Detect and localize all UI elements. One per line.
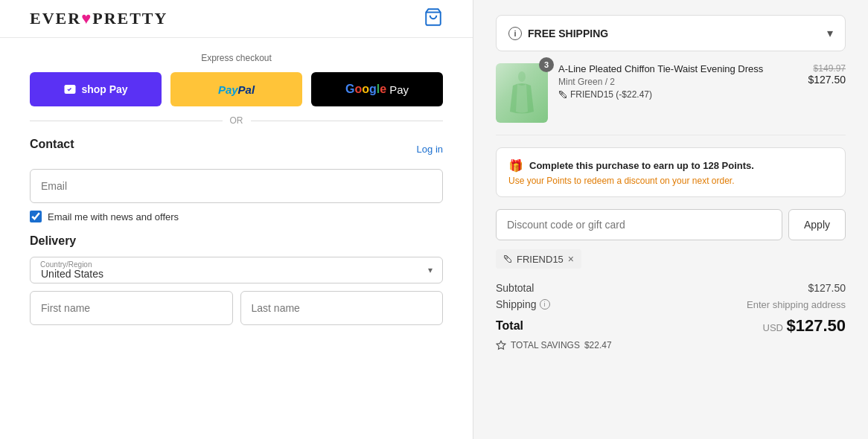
product-variant: Mint Green / 2 — [558, 77, 797, 87]
points-title-text: Complete this purchase to earn up to 128… — [529, 160, 754, 171]
discount-row: Apply — [496, 209, 846, 240]
svg-point-4 — [505, 257, 508, 259]
total-value-wrapper: USD $127.50 — [763, 316, 846, 336]
newsletter-row: Email me with news and offers — [30, 211, 443, 222]
subtotal-label: Subtotal — [496, 282, 534, 294]
discount-input[interactable] — [496, 209, 782, 240]
subtotal-row: Subtotal $127.50 — [496, 282, 846, 294]
shipping-row: Shipping i Enter shipping address — [496, 298, 846, 310]
points-banner: 🎁 Complete this purchase to earn up to 1… — [496, 147, 846, 197]
coupon-code-label: FRIEND15 — [517, 254, 564, 265]
logo-text-ever: EVER — [30, 9, 81, 28]
delivery-title: Delivery — [30, 234, 443, 248]
express-checkout-label: Express checkout — [30, 53, 443, 63]
product-info: A-Line Pleated Chiffon Tie-Waist Evening… — [558, 63, 797, 100]
gpay-label: Pay — [389, 83, 409, 96]
cart-icon[interactable] — [424, 7, 443, 30]
gift-icon: 🎁 — [508, 158, 523, 173]
logo-text-pretty: PRETTY — [92, 9, 167, 28]
right-panel: i FREE SHIPPING ▾ 3 A-Line Pleated Chiff… — [473, 0, 868, 439]
product-image — [496, 63, 548, 123]
first-name-input[interactable] — [30, 291, 233, 325]
email-input[interactable] — [30, 169, 443, 203]
points-subtitle: Use your Points to redeem a discount on … — [508, 176, 833, 186]
logo-heart: ♥ — [81, 9, 92, 28]
contact-header: Contact Log in — [30, 138, 443, 160]
svg-point-2 — [518, 71, 526, 82]
newsletter-checkbox[interactable] — [30, 211, 42, 222]
country-select-wrapper: Country/Region United States ▾ — [30, 257, 443, 283]
express-buttons: shop Pay PayPal Google Pay — [30, 72, 443, 106]
coupon-tag: FRIEND15 × — [496, 249, 581, 269]
free-shipping-chevron-icon: ▾ — [827, 26, 833, 40]
free-shipping-label: FREE SHIPPING — [528, 28, 608, 39]
free-shipping-left: i FREE SHIPPING — [508, 27, 608, 40]
express-checkout-section: Express checkout shop Pay PayPal Google … — [30, 53, 443, 126]
delivery-section: Delivery Country/Region United States ▾ — [30, 234, 443, 325]
paypal-text-2: Pal — [238, 83, 255, 96]
free-shipping-info-icon: i — [508, 27, 522, 40]
total-label: Total — [496, 319, 523, 333]
savings-value: $22.47 — [584, 340, 612, 350]
savings-row: TOTAL SAVINGS $22.47 — [496, 340, 846, 350]
total-currency: USD — [763, 322, 783, 333]
gpay-button[interactable]: Google Pay — [311, 72, 443, 106]
quantity-badge: 3 — [539, 57, 554, 72]
free-shipping-bar[interactable]: i FREE SHIPPING ▾ — [496, 15, 846, 51]
contact-title: Contact — [30, 138, 74, 151]
gpay-g-icon: Google — [345, 83, 386, 96]
total-value: $127.50 — [786, 316, 846, 335]
last-name-input[interactable] — [240, 291, 444, 325]
country-select[interactable]: United States — [30, 257, 443, 283]
paypal-button[interactable]: PayPal — [170, 72, 302, 106]
product-card: 3 A-Line Pleated Chiffon Tie-Waist Eveni… — [496, 63, 846, 135]
paypal-text-1: Pay — [218, 83, 238, 96]
shipping-label-wrapper: Shipping i — [496, 298, 550, 310]
subtotal-value: $127.50 — [808, 282, 846, 294]
name-row — [30, 291, 443, 325]
newsletter-label: Email me with news and offers — [48, 211, 179, 222]
header: EVER♥PRETTY — [0, 0, 473, 38]
log-in-link[interactable]: Log in — [417, 144, 443, 155]
shipping-info-icon: i — [540, 299, 550, 310]
product-discount-tag: FRIEND15 (-$22.47) — [558, 89, 797, 100]
or-divider: OR — [30, 115, 443, 126]
product-original-price: $149.97 — [808, 63, 846, 74]
logo: EVER♥PRETTY — [30, 9, 167, 28]
coupon-remove-button[interactable]: × — [568, 253, 574, 265]
totals-section: Subtotal $127.50 Shipping i Enter shippi… — [496, 282, 846, 350]
product-name: A-Line Pleated Chiffon Tie-Waist Evening… — [558, 63, 797, 74]
shop-pay-label: shop Pay — [81, 83, 127, 95]
grand-total-row: Total USD $127.50 — [496, 316, 846, 336]
product-image-wrapper: 3 — [496, 63, 548, 123]
product-discount-code: FRIEND15 (-$22.47) — [570, 89, 652, 100]
shop-pay-button[interactable]: shop Pay — [30, 72, 162, 106]
points-title: 🎁 Complete this purchase to earn up to 1… — [508, 158, 833, 173]
savings-label: TOTAL SAVINGS — [511, 340, 580, 350]
product-current-price: $127.50 — [808, 74, 846, 86]
or-text: OR — [230, 115, 243, 126]
shipping-value: Enter shipping address — [747, 299, 846, 310]
apply-button[interactable]: Apply — [788, 209, 846, 240]
shipping-label-text: Shipping — [496, 298, 537, 310]
left-panel: Express checkout shop Pay PayPal Google … — [0, 38, 473, 347]
product-price-col: $149.97 $127.50 — [808, 63, 846, 86]
